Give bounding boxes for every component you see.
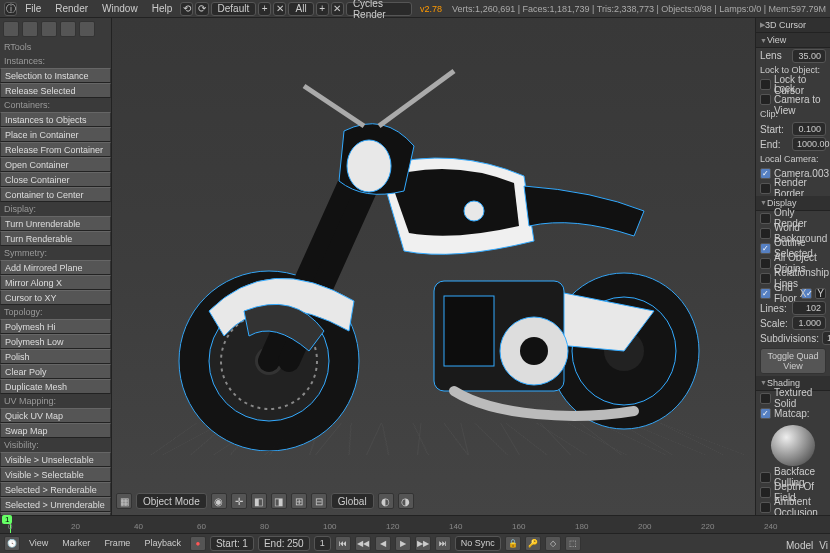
toolshelf-button[interactable]: Add Mirrored Plane (0, 260, 111, 275)
toolshelf-button[interactable]: Polymesh Hi (0, 319, 111, 334)
grid-y-toggle[interactable]: Y (815, 288, 826, 299)
scene-add-icon[interactable]: + (258, 2, 271, 16)
panel-view[interactable]: View (756, 33, 830, 48)
viewport-ic-a[interactable]: ◧ (251, 493, 267, 509)
timeline-ruler[interactable]: 020406080100120140160180200220240 (0, 516, 830, 534)
toolshelf-button[interactable]: Visible > Unselectable (0, 452, 111, 467)
viewport-ic-c[interactable]: ⊞ (291, 493, 307, 509)
jump-start-icon[interactable]: ⏮ (335, 536, 351, 551)
only-render-checkbox[interactable] (760, 213, 771, 224)
toolshelf-button[interactable]: Clear Poly (0, 364, 111, 379)
info-icon[interactable]: ⓘ (4, 2, 17, 16)
toolshelf-button[interactable]: Mirror Along X (0, 275, 111, 290)
viewport-ic-f[interactable]: ◑ (398, 493, 414, 509)
menu-file[interactable]: File (19, 1, 47, 16)
tl-ic-c[interactable]: ◇ (545, 536, 561, 551)
tl-menu-marker[interactable]: Marker (57, 536, 95, 550)
tl-rec-icon[interactable]: ● (190, 536, 206, 551)
tl-ic-a[interactable]: 🔒 (505, 536, 521, 551)
dof-checkbox[interactable] (760, 487, 771, 498)
screen-x-icon[interactable]: ✕ (331, 2, 344, 16)
toolshelf-button[interactable]: Turn Renderable (0, 231, 111, 246)
toolshelf-button[interactable]: Release Selected (0, 83, 111, 98)
toolshelf-button[interactable]: Selected > Renderable (0, 482, 111, 497)
origins-checkbox[interactable] (760, 258, 771, 269)
frame-end-input[interactable]: End: 250 (258, 536, 310, 551)
scale-input[interactable]: 1.000 (792, 316, 826, 330)
toolshelf-button[interactable]: Turn Unrenderable (0, 216, 111, 231)
sync-dropdown[interactable]: No Sync (455, 536, 501, 551)
menu-render[interactable]: Render (49, 1, 94, 16)
viewport-ic-shade[interactable]: ◉ (211, 493, 227, 509)
viewport-ic-e[interactable]: ◐ (378, 493, 394, 509)
matcap-checkbox[interactable] (760, 408, 771, 419)
grid-floor-checkbox[interactable] (760, 288, 771, 299)
tl-menu-playback[interactable]: Playback (139, 536, 186, 550)
jump-end-icon[interactable]: ⏭ (435, 536, 451, 551)
toolshelf-button[interactable]: Place in Container (0, 127, 111, 142)
toolshelf-button[interactable]: Quick UV Map (0, 408, 111, 423)
subdiv-input[interactable]: 10 (822, 331, 830, 345)
camera-icon[interactable] (760, 168, 771, 179)
viewport-ic-b[interactable]: ◨ (271, 493, 287, 509)
fwd-icon[interactable]: ⟳ (195, 2, 208, 16)
screen-add-icon[interactable]: + (316, 2, 329, 16)
screen-dropdown[interactable]: All (288, 2, 313, 16)
toolshelf-ic-5[interactable] (79, 21, 95, 37)
3d-viewport[interactable]: ▦ Object Mode ◉ ✛ ◧ ◨ ⊞ ⊟ Global ◐ ◑ (112, 18, 755, 515)
toolshelf-button[interactable]: Container to Center (0, 187, 111, 202)
scene-dropdown[interactable]: Default (211, 2, 257, 16)
back-icon[interactable]: ⟲ (180, 2, 193, 16)
grid-x-toggle[interactable]: X (801, 288, 812, 299)
clip-end-input[interactable]: 1000.00 (792, 137, 826, 151)
toolshelf-ic-1[interactable] (3, 21, 19, 37)
backface-checkbox[interactable] (760, 472, 771, 483)
lock-camera-checkbox[interactable] (760, 94, 771, 105)
toolshelf-button[interactable]: Selected > Unrenderable (0, 497, 111, 512)
editor-type-icon[interactable]: ▦ (116, 493, 132, 509)
clip-start-input[interactable]: 0.100 (792, 122, 826, 136)
lens-input[interactable]: 35.00 (792, 49, 826, 63)
toolshelf-ic-4[interactable] (60, 21, 76, 37)
toolshelf-button[interactable]: Selected > Unselectable (0, 512, 111, 515)
viewport-ic-pivot[interactable]: ✛ (231, 493, 247, 509)
frame-start-input[interactable]: Start: 1 (210, 536, 254, 551)
tl-menu-view[interactable]: View (24, 536, 53, 550)
tl-ic-d[interactable]: ⬚ (565, 536, 581, 551)
viewport-ic-d[interactable]: ⊟ (311, 493, 327, 509)
toolshelf-ic-3[interactable] (41, 21, 57, 37)
tex-solid-checkbox[interactable] (760, 393, 771, 404)
outline-checkbox[interactable] (760, 243, 771, 254)
render-border-checkbox[interactable] (760, 183, 771, 194)
tl-menu-frame[interactable]: Frame (99, 536, 135, 550)
toolshelf-button[interactable]: Close Container (0, 172, 111, 187)
menu-help[interactable]: Help (146, 1, 179, 16)
panel-3d-cursor[interactable]: 3D Cursor (756, 18, 830, 33)
play-reverse-icon[interactable]: ◀ (375, 536, 391, 551)
engine-dropdown[interactable]: Cycles Render (346, 2, 412, 16)
keyframe-next-icon[interactable]: ▶▶ (415, 536, 431, 551)
toolshelf-button[interactable]: Open Container (0, 157, 111, 172)
toggle-quad-button[interactable]: Toggle Quad View (760, 348, 826, 374)
orientation-dropdown[interactable]: Global (331, 493, 374, 509)
timeline-editor-icon[interactable]: 🕓 (4, 536, 20, 551)
toolshelf-ic-2[interactable] (22, 21, 38, 37)
toolshelf-button[interactable]: Polish (0, 349, 111, 364)
menu-window[interactable]: Window (96, 1, 144, 16)
matcap-preview[interactable] (771, 425, 815, 466)
toolshelf-button[interactable]: Instances to Objects (0, 112, 111, 127)
lock-cursor-checkbox[interactable] (760, 79, 771, 90)
mode-dropdown[interactable]: Object Mode (136, 493, 207, 509)
tl-ic-b[interactable]: 🔑 (525, 536, 541, 551)
toolshelf-button[interactable]: Selection to Instance (0, 68, 111, 83)
toolshelf-button[interactable]: Release From Container (0, 142, 111, 157)
toolshelf-button[interactable]: Cursor to XY (0, 290, 111, 305)
keyframe-prev-icon[interactable]: ◀◀ (355, 536, 371, 551)
lines-input[interactable]: 102 (792, 301, 826, 315)
toolshelf-button[interactable]: Duplicate Mesh (0, 379, 111, 394)
rel-lines-checkbox[interactable] (760, 273, 771, 284)
toolshelf-button[interactable]: Swap Map (0, 423, 111, 438)
play-icon[interactable]: ▶ (395, 536, 411, 551)
scene-x-icon[interactable]: ✕ (273, 2, 286, 16)
frame-current-input[interactable]: 1 (314, 536, 331, 551)
